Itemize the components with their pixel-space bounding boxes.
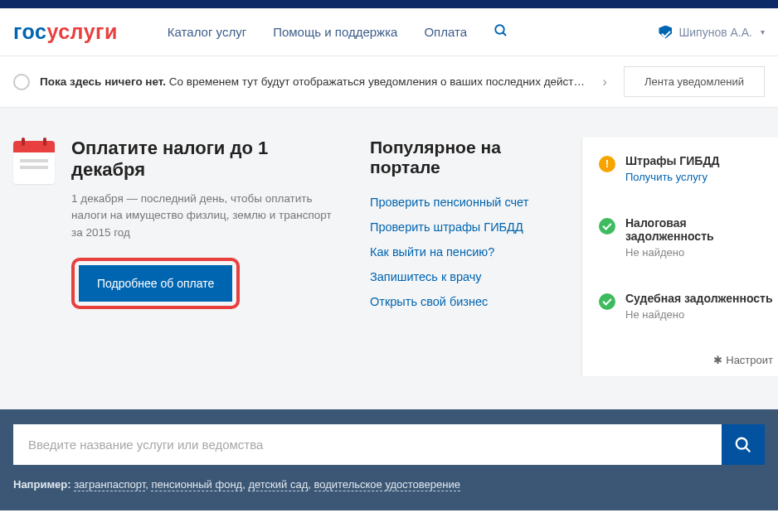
svg-point-0 [495, 25, 504, 34]
popular-links: Проверить пенсионный счет Проверить штра… [370, 196, 557, 308]
notice-bar: Пока здесь ничего нет. Со временем тут б… [0, 56, 778, 108]
user-menu[interactable]: Шипунов А.А.▾ [659, 26, 765, 39]
svg-point-2 [737, 438, 747, 448]
logo-part1: гос [13, 20, 46, 43]
search-row [13, 424, 765, 465]
top-bar [0, 0, 778, 8]
popular-title: Популярное на портале [370, 138, 557, 177]
search-icon [734, 436, 752, 454]
svg-line-3 [746, 447, 751, 452]
configure-link[interactable]: ✱ Настроит [713, 354, 778, 366]
check-icon [599, 218, 615, 235]
notice-bold: Пока здесь ничего нет. [40, 75, 166, 88]
svg-line-1 [503, 32, 506, 36]
main-nav: Каталог услуг Помощь и поддержка Оплата [168, 23, 508, 41]
side-title-0: Штрафы ГИБДД [625, 154, 719, 167]
search-section: Например: загранпаспорт, пенсионный фонд… [0, 409, 778, 510]
side-sub-0[interactable]: Получить услугу [625, 171, 719, 183]
popular-link-2[interactable]: Как выйти на пенсию? [370, 245, 557, 259]
popular-link-4[interactable]: Открыть свой бизнес [370, 295, 557, 308]
site-logo[interactable]: госуслуги [13, 20, 118, 44]
example-link-1[interactable]: пенсионный фонд [151, 478, 242, 491]
popular-block: Популярное на портале Проверить пенсионн… [370, 138, 557, 376]
notice-rest: Со временем тут будут отображаться уведо… [169, 75, 586, 88]
nav-help[interactable]: Помощь и поддержка [273, 25, 397, 39]
search-icon[interactable] [494, 23, 508, 41]
user-name: Шипунов А.А. [678, 26, 752, 39]
side-panel: Штрафы ГИБДД Получить услугу Налоговая з… [581, 138, 778, 376]
side-item-tax[interactable]: Налоговая задолженность Не найдено [599, 216, 778, 259]
promo-button[interactable]: Подробнее об оплате [79, 265, 232, 302]
example-link-3[interactable]: водительское удостоверение [314, 478, 460, 491]
side-sub-2: Не найдено [625, 308, 773, 321]
side-title-1: Налоговая задолженность [625, 216, 778, 243]
popular-link-0[interactable]: Проверить пенсионный счет [370, 196, 557, 209]
popular-link-3[interactable]: Запишитесь к врачу [370, 270, 557, 283]
notice-status-icon [13, 74, 30, 90]
gear-icon: ✱ [713, 354, 722, 366]
example-link-2[interactable]: детский сад [248, 478, 308, 491]
calendar-icon [13, 141, 55, 184]
nav-payment[interactable]: Оплата [424, 25, 467, 39]
popular-link-1[interactable]: Проверить штрафы ГИБДД [370, 220, 557, 234]
promo-desc: 1 декабря — последний день, чтобы оплати… [71, 191, 345, 241]
check-icon [599, 293, 615, 310]
promo-button-highlight: Подробнее об оплате [71, 258, 240, 309]
warning-icon [599, 156, 615, 172]
notice-text: Пока здесь ничего нет. Со временем тут б… [40, 75, 586, 88]
logo-part2: услуги [46, 20, 117, 43]
popular-services-heading: Популярные услуги [0, 510, 778, 532]
side-sub-1: Не найдено [625, 246, 778, 259]
chevron-down-icon: ▾ [761, 27, 765, 36]
feed-button[interactable]: Лента уведомлений [624, 66, 765, 97]
examples-label: Например: [13, 478, 71, 491]
side-item-fines[interactable]: Штрафы ГИБДД Получить услугу [599, 154, 778, 183]
notice-next-arrow[interactable]: › [596, 75, 614, 89]
shield-icon [659, 26, 672, 39]
example-link-0[interactable]: загранпаспорт [74, 478, 145, 491]
configure-label: Настроит [726, 354, 773, 366]
main-content: Оплатите налоги до 1 декабря 1 декабря —… [0, 108, 778, 409]
header: госуслуги Каталог услуг Помощь и поддерж… [0, 8, 778, 56]
nav-catalog[interactable]: Каталог услуг [168, 25, 246, 39]
side-title-2: Судебная задолженность [625, 292, 773, 305]
promo-title: Оплатите налоги до 1 декабря [71, 138, 345, 181]
side-item-court[interactable]: Судебная задолженность Не найдено [599, 292, 778, 321]
promo-block: Оплатите налоги до 1 декабря 1 декабря —… [13, 138, 345, 376]
search-input[interactable] [13, 424, 722, 465]
search-button[interactable] [722, 424, 765, 465]
search-examples: Например: загранпаспорт, пенсионный фонд… [13, 478, 765, 491]
